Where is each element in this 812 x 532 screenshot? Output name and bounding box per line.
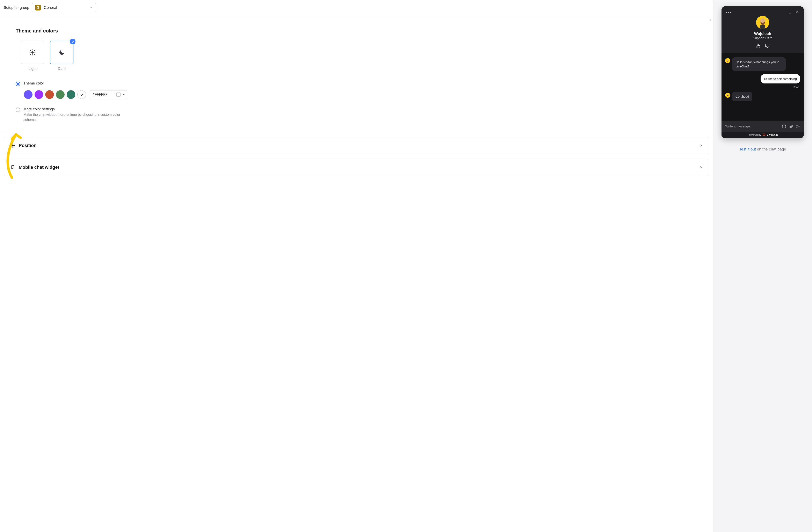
sun-icon bbox=[29, 49, 36, 56]
chevron-down-icon bbox=[90, 6, 93, 9]
swatch-red[interactable] bbox=[45, 90, 54, 99]
svg-line-6 bbox=[34, 54, 35, 55]
swatch-purple[interactable] bbox=[24, 90, 32, 99]
mobile-icon bbox=[11, 165, 15, 169]
theme-color-label: Theme color bbox=[24, 81, 44, 86]
close-icon[interactable] bbox=[796, 10, 799, 14]
chevron-down-icon bbox=[122, 93, 125, 96]
message-agent: Hello Visitor. What brings you to LiveCh… bbox=[725, 57, 800, 71]
theme-box-light bbox=[21, 41, 44, 64]
topbar: Setup for group G General bbox=[0, 0, 713, 17]
section-mobile[interactable]: Mobile chat widget bbox=[4, 159, 709, 176]
agent-role: Support Hero bbox=[753, 36, 772, 40]
chat-input[interactable]: Write a message... bbox=[722, 121, 804, 132]
attachment-icon[interactable] bbox=[789, 124, 793, 129]
theme-box-dark bbox=[50, 41, 73, 64]
swatch-teal[interactable] bbox=[67, 90, 75, 99]
mobile-title: Mobile chat widget bbox=[19, 165, 696, 170]
theme-cards: Light Dark bbox=[16, 41, 697, 71]
rate-row bbox=[756, 44, 769, 48]
svg-line-7 bbox=[30, 54, 31, 55]
hex-input[interactable]: #FFFFFF bbox=[90, 90, 114, 99]
panel-title: Theme and colors bbox=[16, 28, 697, 34]
avatar-small bbox=[725, 93, 730, 98]
agent-name: Wojciech bbox=[754, 31, 771, 36]
test-link[interactable]: Test it out bbox=[739, 147, 756, 151]
chat-widget: Wojciech Support Hero Hello Visitor bbox=[722, 6, 804, 138]
bubble-user: I'd like to ask something bbox=[760, 74, 800, 84]
more-colors-text: More color settings Make the chat widget… bbox=[24, 107, 130, 122]
theme-label-dark: Dark bbox=[58, 66, 66, 71]
settings-column: Setup for group G General Theme and colo… bbox=[0, 0, 713, 532]
chevron-right-icon bbox=[699, 144, 702, 147]
bubble-agent: Hello Visitor. What brings you to LiveCh… bbox=[732, 57, 786, 71]
more-colors-option[interactable]: More color settings Make the chat widget… bbox=[16, 107, 697, 122]
theme-color-option[interactable]: Theme color bbox=[16, 81, 697, 86]
test-line: Test it out on the chat page bbox=[739, 147, 786, 151]
svg-rect-18 bbox=[760, 25, 765, 29]
read-label: Read bbox=[725, 86, 799, 89]
chat-footer: Powered by LiveChat bbox=[722, 132, 804, 138]
powered-by: Powered by bbox=[748, 133, 761, 136]
setup-label: Setup for group bbox=[4, 5, 29, 10]
section-position[interactable]: Position bbox=[4, 137, 709, 154]
moon-icon bbox=[59, 49, 65, 56]
brand-name: LiveChat bbox=[767, 133, 778, 136]
theme-card-light[interactable]: Light bbox=[20, 41, 44, 71]
bubble-agent: Go ahead bbox=[732, 92, 752, 101]
theme-card-dark[interactable]: Dark bbox=[50, 41, 74, 71]
svg-point-23 bbox=[782, 125, 786, 128]
theme-label-light: Light bbox=[28, 66, 37, 71]
color-picker-button[interactable] bbox=[114, 90, 127, 99]
position-title: Position bbox=[19, 143, 696, 148]
scroll-up-icon[interactable] bbox=[709, 19, 712, 21]
preview-column: Wojciech Support Hero Hello Visitor bbox=[713, 0, 812, 532]
test-rest: on the chat page bbox=[756, 147, 786, 151]
chat-header: Wojciech Support Hero bbox=[722, 6, 804, 53]
settings-scroll: Theme and colors Light bbox=[0, 17, 713, 532]
group-name: General bbox=[44, 5, 57, 10]
svg-line-5 bbox=[30, 50, 31, 51]
group-badge: G bbox=[35, 5, 41, 11]
color-preview bbox=[116, 92, 120, 97]
menu-icon[interactable] bbox=[726, 12, 731, 13]
svg-line-8 bbox=[34, 50, 35, 51]
livechat-logo-icon bbox=[763, 133, 766, 136]
theme-panel: Theme and colors Light bbox=[4, 17, 709, 132]
minimize-icon[interactable] bbox=[788, 10, 792, 14]
chat-controls bbox=[726, 10, 799, 14]
move-icon bbox=[11, 143, 15, 148]
swatch-custom-selected[interactable] bbox=[77, 90, 86, 99]
more-colors-label: More color settings bbox=[24, 107, 130, 112]
send-icon[interactable] bbox=[796, 124, 800, 129]
radio-more-colors[interactable] bbox=[16, 107, 20, 112]
input-placeholder: Write a message... bbox=[725, 124, 779, 128]
avatar-small bbox=[725, 58, 730, 63]
thumbs-up-icon[interactable] bbox=[756, 44, 760, 48]
online-indicator bbox=[766, 16, 768, 18]
check-icon bbox=[70, 39, 75, 44]
thumbs-down-icon[interactable] bbox=[765, 44, 769, 48]
group-select[interactable]: G General bbox=[32, 3, 96, 12]
swatch-row: #FFFFFF bbox=[24, 90, 697, 99]
avatar bbox=[756, 16, 769, 29]
svg-point-12 bbox=[13, 168, 13, 169]
message-user: I'd like to ask something bbox=[725, 74, 800, 84]
svg-point-0 bbox=[31, 51, 33, 54]
chevron-right-icon bbox=[699, 166, 702, 169]
swatch-violet[interactable] bbox=[34, 90, 43, 99]
emoji-icon[interactable] bbox=[782, 124, 786, 129]
radio-theme-color[interactable] bbox=[16, 82, 20, 86]
more-colors-desc: Make the chat widget more unique by choo… bbox=[24, 112, 130, 122]
chat-body: Hello Visitor. What brings you to LiveCh… bbox=[722, 53, 804, 121]
swatch-green[interactable] bbox=[56, 90, 64, 99]
message-agent: Go ahead bbox=[725, 92, 800, 101]
